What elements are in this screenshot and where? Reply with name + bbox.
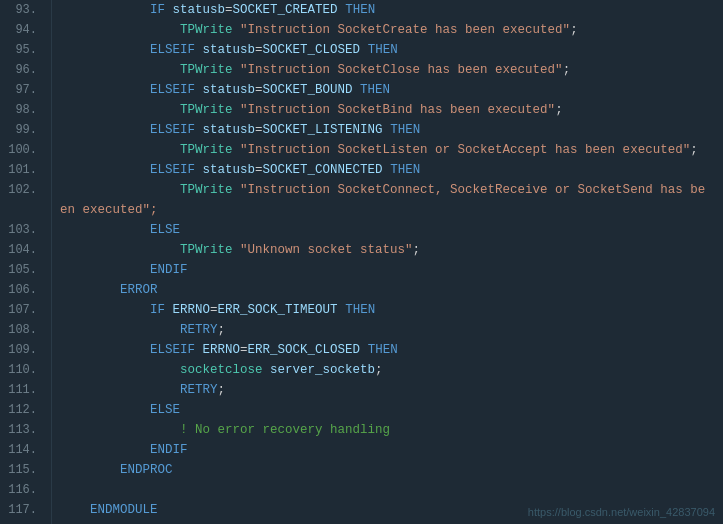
- code-line: RETRY;: [60, 320, 715, 340]
- code-line: TPWrite "Instruction SocketCreate has be…: [60, 20, 715, 40]
- code-line: ENDIF: [60, 260, 715, 280]
- line-number: 96.: [8, 60, 43, 80]
- line-number: 99.: [8, 120, 43, 140]
- line-number: 113.: [8, 420, 43, 440]
- code-line: [60, 480, 715, 500]
- line-number: 98.: [8, 100, 43, 120]
- line-number: 107.: [8, 300, 43, 320]
- code-line: en executed";: [60, 200, 715, 220]
- code-line: RETRY;: [60, 380, 715, 400]
- code-line: ELSE: [60, 400, 715, 420]
- code-container: 93.94.95.96.97.98.99.100.101.102.103.104…: [0, 0, 723, 524]
- line-number: 102.: [8, 180, 43, 200]
- watermark: https://blog.csdn.net/weixin_42837094: [528, 506, 715, 518]
- line-number: 101.: [8, 160, 43, 180]
- code-line: ELSEIF statusb=SOCKET_LISTENING THEN: [60, 120, 715, 140]
- code-line: socketclose server_socketb;: [60, 360, 715, 380]
- line-number: 105.: [8, 260, 43, 280]
- code-line: ELSEIF statusb=SOCKET_BOUND THEN: [60, 80, 715, 100]
- line-number: 104.: [8, 240, 43, 260]
- line-number: 95.: [8, 40, 43, 60]
- code-line: ENDPROC: [60, 460, 715, 480]
- code-area[interactable]: IF statusb=SOCKET_CREATED THEN TPWrite "…: [52, 0, 723, 524]
- line-number: 97.: [8, 80, 43, 100]
- code-line: TPWrite "Instruction SocketListen or Soc…: [60, 140, 715, 160]
- line-number: 110.: [8, 360, 43, 380]
- line-number: 100.: [8, 140, 43, 160]
- line-number: 115.: [8, 460, 43, 480]
- code-line: ELSEIF statusb=SOCKET_CONNECTED THEN: [60, 160, 715, 180]
- code-line: TPWrite "Unknown socket status";: [60, 240, 715, 260]
- line-number: 93.: [8, 0, 43, 20]
- code-line: IF statusb=SOCKET_CREATED THEN: [60, 0, 715, 20]
- code-line: ENDIF: [60, 440, 715, 460]
- line-number: 114.: [8, 440, 43, 460]
- code-line: ELSEIF statusb=SOCKET_CLOSED THEN: [60, 40, 715, 60]
- code-line: TPWrite "Instruction SocketConnect, Sock…: [60, 180, 715, 200]
- line-number: 112.: [8, 400, 43, 420]
- code-line: ! No error recovery handling: [60, 420, 715, 440]
- line-number: 117.: [8, 500, 43, 520]
- line-number: 94.: [8, 20, 43, 40]
- code-line: ERROR: [60, 280, 715, 300]
- code-line: ELSEIF ERRNO=ERR_SOCK_CLOSED THEN: [60, 340, 715, 360]
- code-line: TPWrite "Instruction SocketClose has bee…: [60, 60, 715, 80]
- line-numbers: 93.94.95.96.97.98.99.100.101.102.103.104…: [0, 0, 52, 524]
- line-number: 106.: [8, 280, 43, 300]
- line-number: [8, 200, 43, 220]
- line-number: 109.: [8, 340, 43, 360]
- line-number: 108.: [8, 320, 43, 340]
- code-line: ELSE: [60, 220, 715, 240]
- line-number: 116.: [8, 480, 43, 500]
- line-number: 111.: [8, 380, 43, 400]
- code-line: TPWrite "Instruction SocketBind has been…: [60, 100, 715, 120]
- line-number: 103.: [8, 220, 43, 240]
- code-line: IF ERRNO=ERR_SOCK_TIMEOUT THEN: [60, 300, 715, 320]
